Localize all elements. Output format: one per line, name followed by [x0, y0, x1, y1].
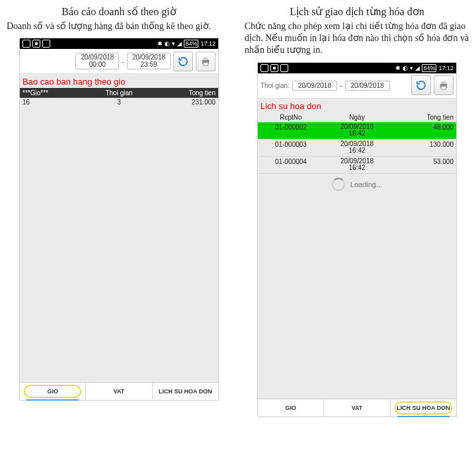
status-icon: [280, 64, 288, 72]
bottom-tabs: GIO VAT LICH SU HOA DON: [258, 399, 456, 416]
svg-rect-5: [441, 87, 446, 90]
svg-rect-2: [203, 62, 208, 65]
signal-icon: ◢: [415, 65, 420, 71]
status-bar: ✱ ◐ ▾ ◢ 84% 17:12: [258, 63, 456, 73]
filter-label: Thoi gian:: [260, 82, 290, 89]
tab-hoadon[interactable]: LICH SU HOA DON: [153, 383, 218, 400]
from-date-input[interactable]: 20/09/2018: [292, 81, 337, 91]
printer-icon: [438, 79, 450, 91]
location-icon: ◐: [403, 65, 408, 71]
right-title: Lịch sử giao dịch từng hóa đơn: [245, 5, 469, 18]
status-icon: [22, 40, 30, 48]
cell-date: 20/09/201816:42: [324, 141, 390, 155]
cell-date: 20/09/201816:42: [324, 124, 390, 138]
battery-indicator: 84%: [184, 40, 198, 48]
cell-hour: 16: [20, 99, 86, 106]
status-icon: [42, 40, 50, 48]
bluetooth-icon: ✱: [395, 65, 401, 71]
col-total: Tong tien: [152, 89, 218, 97]
left-title: Báo cáo doanh số theo giờ: [7, 5, 231, 18]
table-row[interactable]: 01-00000420/09/201816:4253.000: [258, 157, 456, 174]
left-desc: Doanh số và số lượng hàng đã bán thống k…: [7, 20, 231, 32]
left-phone: ✱ ◐ ▾ ◢ 84% 17:12 20/09/2018 00:00 - 20/…: [19, 38, 219, 401]
tab-vat[interactable]: VAT: [324, 399, 390, 416]
refresh-button[interactable]: [411, 75, 431, 95]
cell-date: 20/09/201816:42: [324, 158, 390, 172]
table-body: 01-00000220/09/201816:4248.00001-0000032…: [258, 122, 456, 399]
tab-gio[interactable]: GIO: [258, 399, 324, 416]
right-phone: ✱ ◐ ▾ ◢ 84% 17:12 Thoi gian: 20/09/2018 …: [257, 62, 457, 417]
printer-icon: [200, 56, 212, 67]
status-bar: ✱ ◐ ▾ ◢ 84% 17:12: [20, 38, 218, 49]
cell-rcpt: 01-000004: [258, 158, 324, 172]
bottom-tabs: GIO VAT LICH SU HOA DON: [20, 382, 218, 400]
col-date: Ngày: [324, 114, 390, 121]
cell-amount: 231.000: [152, 99, 218, 106]
cell-count: 3: [86, 99, 152, 106]
refresh-button[interactable]: [173, 52, 193, 71]
clock: 17:12: [438, 65, 454, 71]
signal-icon: ◢: [177, 40, 182, 47]
spinner-icon: [332, 178, 345, 191]
svg-rect-4: [441, 81, 446, 84]
status-icon: [260, 64, 268, 72]
from-time: 00:00: [77, 61, 117, 69]
status-icon: [32, 40, 40, 48]
clock: 17:12: [200, 40, 216, 47]
table-row[interactable]: 01-00000320/09/201816:42130.000: [258, 139, 456, 157]
col-rcpt: RcptNo: [258, 114, 324, 121]
status-icon: [270, 64, 278, 72]
svg-rect-1: [203, 58, 208, 60]
table-row[interactable]: 16 3 231.000: [20, 98, 218, 106]
tab-vat[interactable]: VAT: [86, 383, 152, 400]
to-date-input[interactable]: 20/09/2018: [345, 81, 390, 91]
cell-rcpt: 01-000003: [258, 141, 324, 155]
refresh-icon: [415, 79, 427, 91]
to-datetime-input[interactable]: 20/09/2018 23:59: [127, 53, 171, 69]
battery-indicator: 84%: [422, 64, 436, 72]
to-time: 23:59: [129, 61, 169, 69]
cell-amount: 53.000: [390, 158, 456, 172]
from-datetime-input[interactable]: 20/09/2018 00:00: [75, 53, 119, 69]
col-total: Tong tien: [390, 114, 456, 121]
print-button[interactable]: [196, 52, 216, 71]
col-count: Thoi gian: [86, 89, 152, 97]
filter-bar: 20/09/2018 00:00 - 20/09/2018 23:59: [20, 49, 218, 74]
table-row[interactable]: 01-00000220/09/201816:4248.000: [258, 122, 456, 139]
wifi-icon: ▾: [172, 40, 175, 47]
tab-hoadon[interactable]: LICH SU HOA DON: [391, 399, 456, 416]
col-hour: ***Gio***: [20, 89, 86, 97]
cell-amount: 130.000: [390, 141, 456, 155]
filter-bar: Thoi gian: 20/09/2018 - 20/09/2018: [258, 73, 456, 99]
bluetooth-icon: ✱: [157, 40, 163, 47]
range-dash: -: [340, 81, 342, 89]
right-desc: Chức năng cho phép xem lại chi tiết từng…: [245, 20, 469, 57]
report-title: Bao cao ban hang theo gio: [20, 74, 218, 88]
report-title: Lich su hoa don: [258, 99, 456, 112]
loading-text: Loading...: [350, 180, 382, 188]
location-icon: ◐: [165, 40, 170, 47]
table-header: ***Gio*** Thoi gian Tong tien: [20, 88, 218, 98]
table-body: 16 3 231.000: [20, 98, 218, 382]
refresh-icon: [177, 56, 189, 67]
cell-amount: 48.000: [390, 124, 456, 138]
cell-rcpt: 01-000002: [258, 124, 324, 138]
table-header: RcptNo Ngày Tong tien: [258, 112, 456, 122]
tab-gio[interactable]: GIO: [20, 383, 86, 400]
range-dash: -: [122, 58, 124, 65]
wifi-icon: ▾: [410, 65, 413, 71]
print-button[interactable]: [434, 75, 454, 95]
loading-indicator: Loading...: [258, 178, 456, 191]
